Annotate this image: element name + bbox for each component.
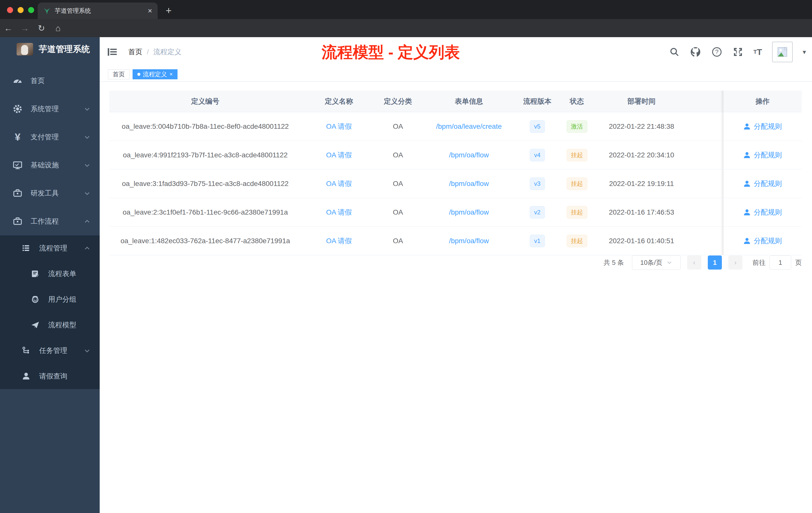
sidebar-item-system[interactable]: 系统管理 (0, 95, 100, 123)
app-header: 首页 / 流程定义 ? TT (100, 37, 812, 67)
minimize-window-button[interactable] (18, 7, 24, 13)
group-icon (30, 295, 41, 304)
sidebar: 芋道管理系统 首页 系统管理 ¥ 支付管理 (0, 37, 100, 513)
tag-close-icon[interactable]: × (170, 71, 173, 78)
svg-text:?: ? (715, 49, 718, 55)
fullscreen-icon[interactable] (732, 47, 744, 58)
sidebar-item-process-management[interactable]: 流程管理 (0, 235, 100, 261)
form-link[interactable]: /bpm/oa/flow (419, 237, 519, 245)
reload-icon[interactable]: ↻ (33, 23, 50, 33)
assign-rule-link[interactable]: 分配规则 (754, 179, 782, 188)
user-avatar[interactable] (772, 42, 793, 62)
header-actions: ? TT ▾ (669, 37, 806, 67)
assign-rule-link[interactable]: 分配规则 (754, 150, 782, 160)
next-page-button[interactable]: › (728, 255, 743, 270)
logo-avatar (17, 43, 33, 56)
close-window-button[interactable] (7, 7, 13, 13)
tag-label: 首页 (113, 70, 125, 78)
prev-page-button[interactable]: ‹ (687, 255, 701, 270)
breadcrumb: 首页 / 流程定义 (128, 47, 181, 57)
monitor-icon (12, 160, 23, 170)
deploy-time: 2022-01-22 19:19:11 (598, 180, 686, 188)
back-icon[interactable]: ← (0, 23, 17, 33)
sidebar-item-process-form[interactable]: 流程表单 (0, 261, 100, 286)
forward-icon[interactable]: → (17, 23, 33, 33)
chevron-up-icon (84, 218, 91, 225)
table-row: oa_leave:5:004b710b-7b8a-11ec-8ef0-acde4… (109, 112, 802, 141)
tag-process-definition[interactable]: 流程定义 × (133, 69, 177, 79)
sidebar-item-devtools[interactable]: 研发工具 (0, 179, 100, 207)
sidebar-logo[interactable]: 芋道管理系统 (0, 39, 100, 58)
status-badge: 挂起 (567, 206, 587, 219)
goto-label: 前往 (753, 258, 765, 267)
current-page-button[interactable]: 1 (708, 255, 722, 270)
breadcrumb-home[interactable]: 首页 (128, 47, 142, 57)
action-cell: 分配规则 (723, 112, 802, 141)
sidebar-item-user-group[interactable]: 用户分组 (0, 286, 100, 312)
sidebar-item-label: 研发工具 (31, 188, 84, 198)
form-link[interactable]: /bpm/oa/flow (419, 208, 519, 216)
tab-close-icon[interactable]: × (148, 7, 152, 14)
form-link[interactable]: /bpm/oa/flow (419, 180, 519, 188)
definition-name-link[interactable]: OA 请假 (301, 122, 377, 131)
chevron-down-icon (84, 105, 91, 113)
sidebar-item-workflow[interactable]: 工作流程 (0, 207, 100, 235)
window-controls[interactable] (7, 7, 34, 13)
browser-toolbar: ← → ↻ ⌂ ⚠ 不安全 dashboard.yudao.iocoder.cn… (0, 19, 812, 37)
definition-table: 定义编号 定义名称 定义分类 表单信息 流程版本 状态 部署时间 操作 oa_l… (109, 91, 802, 255)
github-icon[interactable] (690, 46, 701, 58)
table-row: oa_leave:1:482ec033-762a-11ec-8477-a2380… (109, 227, 802, 255)
assign-rule-link[interactable]: 分配规则 (754, 236, 782, 246)
yen-icon: ¥ (12, 131, 23, 143)
deploy-time: 2022-01-22 20:34:10 (598, 151, 686, 159)
page-content: 定义编号 定义名称 定义分类 表单信息 流程版本 状态 部署时间 操作 oa_l… (100, 82, 812, 513)
page-size-select[interactable]: 10条/页 (632, 255, 681, 270)
definition-name-link[interactable]: OA 请假 (301, 208, 377, 217)
definition-category: OA (377, 180, 419, 188)
definition-name-link[interactable]: OA 请假 (301, 150, 377, 160)
tag-label: 流程定义 (143, 70, 167, 78)
tasks-icon (21, 346, 32, 355)
user-icon (21, 372, 32, 381)
goto-page-input[interactable] (770, 255, 791, 270)
col-header-form: 表单信息 (419, 97, 519, 106)
sidebar-item-task-management[interactable]: 任务管理 (0, 338, 100, 363)
search-icon[interactable] (669, 47, 680, 57)
col-header-time: 部署时间 (598, 97, 686, 106)
form-link[interactable]: /bpm/oa/flow (419, 151, 519, 159)
deploy-time: 2022-01-22 21:48:38 (598, 122, 686, 130)
app-window: 芋道管理系统 首页 系统管理 ¥ 支付管理 (0, 37, 812, 513)
form-icon (30, 269, 41, 278)
definition-name-link[interactable]: OA 请假 (301, 179, 377, 188)
col-header-id: 定义编号 (109, 97, 301, 106)
font-size-icon[interactable]: TT (754, 47, 762, 57)
tag-home[interactable]: 首页 (108, 69, 129, 79)
help-icon[interactable]: ? (711, 47, 722, 58)
zoom-window-button[interactable] (28, 7, 34, 13)
form-link[interactable]: /bpm/oa/leave/create (419, 122, 519, 130)
user-menu-caret-icon[interactable]: ▾ (803, 48, 806, 56)
assign-rule-link[interactable]: 分配规则 (754, 208, 782, 217)
col-header-status: 状态 (556, 97, 598, 106)
chevron-down-icon (666, 260, 672, 266)
assign-rule-link[interactable]: 分配规则 (754, 122, 782, 131)
browser-tab[interactable]: 芋道管理系统 × (38, 2, 158, 19)
sidebar-item-infrastructure[interactable]: 基础设施 (0, 151, 100, 179)
version-badge: v5 (530, 120, 545, 133)
status-badge: 挂起 (567, 177, 587, 190)
definition-name-link[interactable]: OA 请假 (301, 236, 377, 246)
version-badge: v3 (530, 177, 545, 190)
sidebar-item-payment[interactable]: ¥ 支付管理 (0, 123, 100, 151)
tags-view-bar: 首页 流程定义 × (100, 67, 812, 82)
sidebar-menu: 首页 系统管理 ¥ 支付管理 (0, 67, 100, 389)
action-cell: 分配规则 (723, 198, 802, 227)
sidebar-collapse-icon[interactable] (107, 48, 117, 56)
new-tab-button[interactable]: + (166, 5, 172, 16)
sidebar-item-home[interactable]: 首页 (0, 67, 100, 95)
sidebar-item-label: 流程表单 (48, 269, 91, 279)
sidebar-item-leave-query[interactable]: 请假查询 (0, 363, 100, 389)
sidebar-item-process-model[interactable]: 流程模型 (0, 312, 100, 338)
home-icon[interactable]: ⌂ (50, 23, 66, 33)
action-cell: 分配规则 (723, 170, 802, 198)
status-badge: 挂起 (567, 149, 587, 161)
